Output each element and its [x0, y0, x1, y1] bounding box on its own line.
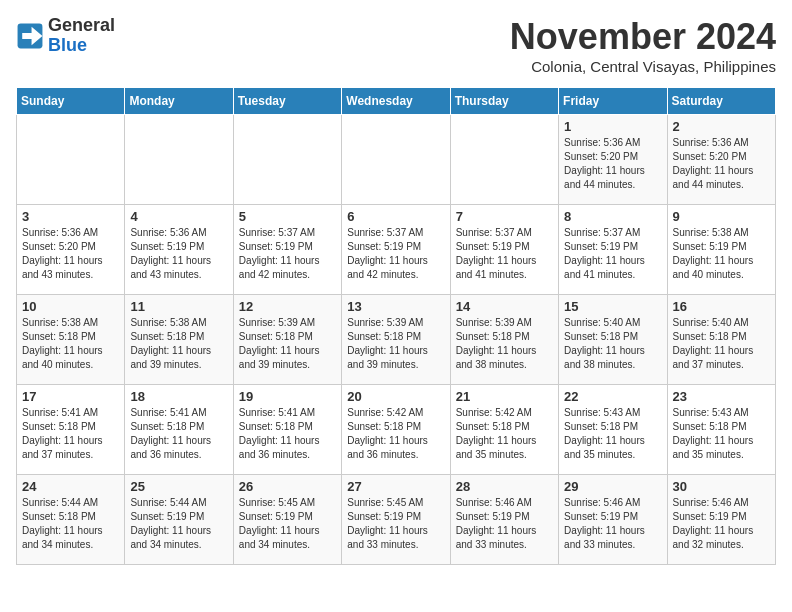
day-info: Sunrise: 5:39 AM Sunset: 5:18 PM Dayligh… — [239, 316, 336, 372]
calendar-cell: 11Sunrise: 5:38 AM Sunset: 5:18 PM Dayli… — [125, 295, 233, 385]
calendar-week-row: 1Sunrise: 5:36 AM Sunset: 5:20 PM Daylig… — [17, 115, 776, 205]
day-info: Sunrise: 5:46 AM Sunset: 5:19 PM Dayligh… — [456, 496, 553, 552]
calendar-cell: 30Sunrise: 5:46 AM Sunset: 5:19 PM Dayli… — [667, 475, 775, 565]
day-number: 13 — [347, 299, 444, 314]
day-info: Sunrise: 5:45 AM Sunset: 5:19 PM Dayligh… — [239, 496, 336, 552]
day-number: 28 — [456, 479, 553, 494]
calendar-cell: 24Sunrise: 5:44 AM Sunset: 5:18 PM Dayli… — [17, 475, 125, 565]
day-number: 15 — [564, 299, 661, 314]
calendar-cell: 29Sunrise: 5:46 AM Sunset: 5:19 PM Dayli… — [559, 475, 667, 565]
day-info: Sunrise: 5:44 AM Sunset: 5:18 PM Dayligh… — [22, 496, 119, 552]
day-number: 21 — [456, 389, 553, 404]
day-number: 24 — [22, 479, 119, 494]
calendar-cell — [450, 115, 558, 205]
day-info: Sunrise: 5:38 AM Sunset: 5:18 PM Dayligh… — [22, 316, 119, 372]
calendar-cell — [233, 115, 341, 205]
day-number: 25 — [130, 479, 227, 494]
calendar-cell: 21Sunrise: 5:42 AM Sunset: 5:18 PM Dayli… — [450, 385, 558, 475]
calendar-cell: 13Sunrise: 5:39 AM Sunset: 5:18 PM Dayli… — [342, 295, 450, 385]
header-sunday: Sunday — [17, 88, 125, 115]
calendar-cell: 17Sunrise: 5:41 AM Sunset: 5:18 PM Dayli… — [17, 385, 125, 475]
day-number: 20 — [347, 389, 444, 404]
header-wednesday: Wednesday — [342, 88, 450, 115]
calendar-cell: 14Sunrise: 5:39 AM Sunset: 5:18 PM Dayli… — [450, 295, 558, 385]
day-info: Sunrise: 5:39 AM Sunset: 5:18 PM Dayligh… — [456, 316, 553, 372]
day-number: 16 — [673, 299, 770, 314]
calendar-cell: 6Sunrise: 5:37 AM Sunset: 5:19 PM Daylig… — [342, 205, 450, 295]
calendar-cell: 5Sunrise: 5:37 AM Sunset: 5:19 PM Daylig… — [233, 205, 341, 295]
calendar-cell: 8Sunrise: 5:37 AM Sunset: 5:19 PM Daylig… — [559, 205, 667, 295]
calendar-cell — [17, 115, 125, 205]
day-info: Sunrise: 5:37 AM Sunset: 5:19 PM Dayligh… — [456, 226, 553, 282]
day-info: Sunrise: 5:42 AM Sunset: 5:18 PM Dayligh… — [456, 406, 553, 462]
header-tuesday: Tuesday — [233, 88, 341, 115]
day-number: 17 — [22, 389, 119, 404]
day-info: Sunrise: 5:40 AM Sunset: 5:18 PM Dayligh… — [673, 316, 770, 372]
calendar-cell: 7Sunrise: 5:37 AM Sunset: 5:19 PM Daylig… — [450, 205, 558, 295]
calendar-cell: 10Sunrise: 5:38 AM Sunset: 5:18 PM Dayli… — [17, 295, 125, 385]
calendar-cell: 27Sunrise: 5:45 AM Sunset: 5:19 PM Dayli… — [342, 475, 450, 565]
day-number: 3 — [22, 209, 119, 224]
calendar-cell: 23Sunrise: 5:43 AM Sunset: 5:18 PM Dayli… — [667, 385, 775, 475]
day-number: 14 — [456, 299, 553, 314]
day-info: Sunrise: 5:38 AM Sunset: 5:18 PM Dayligh… — [130, 316, 227, 372]
calendar-cell: 20Sunrise: 5:42 AM Sunset: 5:18 PM Dayli… — [342, 385, 450, 475]
calendar-cell: 3Sunrise: 5:36 AM Sunset: 5:20 PM Daylig… — [17, 205, 125, 295]
day-info: Sunrise: 5:46 AM Sunset: 5:19 PM Dayligh… — [673, 496, 770, 552]
day-info: Sunrise: 5:36 AM Sunset: 5:20 PM Dayligh… — [22, 226, 119, 282]
calendar-header-row: SundayMondayTuesdayWednesdayThursdayFrid… — [17, 88, 776, 115]
day-number: 10 — [22, 299, 119, 314]
day-info: Sunrise: 5:42 AM Sunset: 5:18 PM Dayligh… — [347, 406, 444, 462]
calendar-cell: 19Sunrise: 5:41 AM Sunset: 5:18 PM Dayli… — [233, 385, 341, 475]
day-number: 30 — [673, 479, 770, 494]
day-info: Sunrise: 5:36 AM Sunset: 5:19 PM Dayligh… — [130, 226, 227, 282]
calendar-cell — [342, 115, 450, 205]
calendar-cell: 1Sunrise: 5:36 AM Sunset: 5:20 PM Daylig… — [559, 115, 667, 205]
day-info: Sunrise: 5:43 AM Sunset: 5:18 PM Dayligh… — [673, 406, 770, 462]
day-number: 9 — [673, 209, 770, 224]
day-number: 7 — [456, 209, 553, 224]
month-title: November 2024 — [510, 16, 776, 58]
logo-icon — [16, 22, 44, 50]
day-info: Sunrise: 5:40 AM Sunset: 5:18 PM Dayligh… — [564, 316, 661, 372]
day-number: 11 — [130, 299, 227, 314]
calendar-cell — [125, 115, 233, 205]
calendar-cell: 4Sunrise: 5:36 AM Sunset: 5:19 PM Daylig… — [125, 205, 233, 295]
location-subtitle: Colonia, Central Visayas, Philippines — [510, 58, 776, 75]
calendar-cell: 26Sunrise: 5:45 AM Sunset: 5:19 PM Dayli… — [233, 475, 341, 565]
day-number: 2 — [673, 119, 770, 134]
day-info: Sunrise: 5:41 AM Sunset: 5:18 PM Dayligh… — [22, 406, 119, 462]
day-number: 18 — [130, 389, 227, 404]
day-info: Sunrise: 5:44 AM Sunset: 5:19 PM Dayligh… — [130, 496, 227, 552]
day-info: Sunrise: 5:43 AM Sunset: 5:18 PM Dayligh… — [564, 406, 661, 462]
calendar-cell: 12Sunrise: 5:39 AM Sunset: 5:18 PM Dayli… — [233, 295, 341, 385]
calendar-cell: 9Sunrise: 5:38 AM Sunset: 5:19 PM Daylig… — [667, 205, 775, 295]
day-info: Sunrise: 5:37 AM Sunset: 5:19 PM Dayligh… — [239, 226, 336, 282]
day-number: 1 — [564, 119, 661, 134]
calendar-week-row: 24Sunrise: 5:44 AM Sunset: 5:18 PM Dayli… — [17, 475, 776, 565]
calendar-week-row: 10Sunrise: 5:38 AM Sunset: 5:18 PM Dayli… — [17, 295, 776, 385]
calendar-week-row: 3Sunrise: 5:36 AM Sunset: 5:20 PM Daylig… — [17, 205, 776, 295]
day-number: 23 — [673, 389, 770, 404]
calendar-cell: 22Sunrise: 5:43 AM Sunset: 5:18 PM Dayli… — [559, 385, 667, 475]
logo-text-line1: General — [48, 16, 115, 36]
title-block: November 2024 Colonia, Central Visayas, … — [510, 16, 776, 75]
day-info: Sunrise: 5:36 AM Sunset: 5:20 PM Dayligh… — [673, 136, 770, 192]
day-number: 4 — [130, 209, 227, 224]
day-number: 5 — [239, 209, 336, 224]
day-number: 19 — [239, 389, 336, 404]
day-info: Sunrise: 5:39 AM Sunset: 5:18 PM Dayligh… — [347, 316, 444, 372]
day-number: 26 — [239, 479, 336, 494]
day-number: 29 — [564, 479, 661, 494]
header-thursday: Thursday — [450, 88, 558, 115]
day-number: 12 — [239, 299, 336, 314]
day-info: Sunrise: 5:37 AM Sunset: 5:19 PM Dayligh… — [347, 226, 444, 282]
calendar-cell: 28Sunrise: 5:46 AM Sunset: 5:19 PM Dayli… — [450, 475, 558, 565]
day-number: 6 — [347, 209, 444, 224]
day-info: Sunrise: 5:45 AM Sunset: 5:19 PM Dayligh… — [347, 496, 444, 552]
calendar-cell: 2Sunrise: 5:36 AM Sunset: 5:20 PM Daylig… — [667, 115, 775, 205]
logo: General Blue — [16, 16, 115, 56]
calendar-cell: 18Sunrise: 5:41 AM Sunset: 5:18 PM Dayli… — [125, 385, 233, 475]
calendar-week-row: 17Sunrise: 5:41 AM Sunset: 5:18 PM Dayli… — [17, 385, 776, 475]
calendar-cell: 16Sunrise: 5:40 AM Sunset: 5:18 PM Dayli… — [667, 295, 775, 385]
